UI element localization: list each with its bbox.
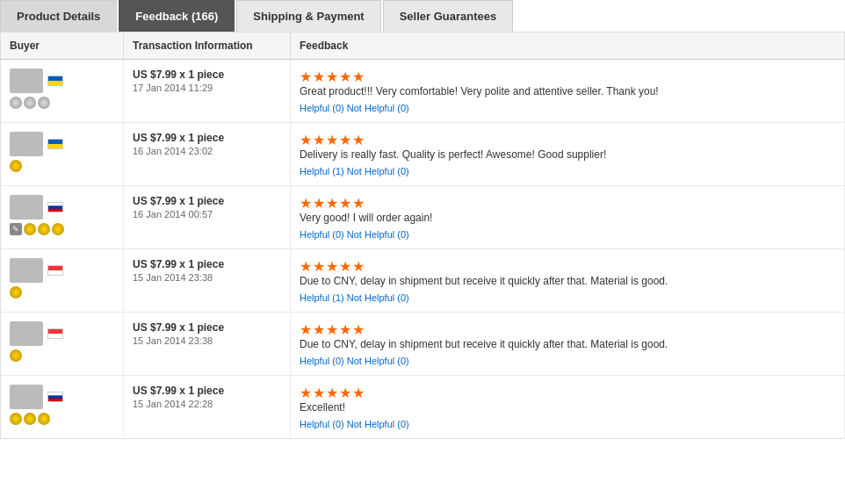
table-row: US $7.99 x 1 piece16 Jan 2014 23:02★★★★★…: [1, 123, 845, 186]
transaction-cell: US $7.99 x 1 piece15 Jan 2014 22:28: [124, 376, 291, 439]
feedback-table: BuyerTransaction InformationFeedback US …: [0, 32, 845, 439]
buyer-cell: [1, 60, 124, 123]
medal-gold: [10, 349, 22, 362]
tab-product-details[interactable]: Product Details: [0, 0, 117, 32]
helpful-link[interactable]: Helpful (1): [300, 166, 344, 176]
helpful-row: Helpful (1) Not Helpful (0): [300, 166, 835, 176]
medals-row: [10, 160, 114, 172]
buyer-cell: [1, 376, 124, 439]
not-helpful-count: (0): [397, 229, 408, 240]
not-helpful-count: (0): [397, 419, 408, 429]
transaction-cell: US $7.99 x 1 piece16 Jan 2014 00:57: [124, 186, 291, 249]
column-header-transaction-information: Transaction Information: [124, 32, 291, 60]
transaction-date: 15 Jan 2014 22:28: [133, 399, 281, 409]
helpful-count: (0): [332, 419, 343, 429]
buyer-cell: [1, 123, 124, 186]
transaction-date: 15 Jan 2014 23:38: [133, 272, 281, 283]
medals-row: [10, 413, 114, 425]
transaction-price: US $7.99 x 1 piece: [133, 132, 281, 144]
flag-ru: [47, 202, 63, 212]
feedback-text: Excellent!: [300, 401, 835, 414]
flag-sg: [47, 265, 63, 276]
transaction-price: US $7.99 x 1 piece: [133, 321, 281, 334]
not-helpful-count: (0): [397, 356, 408, 366]
not-helpful-count: (0): [397, 166, 408, 176]
pencil-icon: ✎: [10, 223, 22, 235]
transaction-price: US $7.99 x 1 piece: [133, 195, 281, 207]
medal-gold: [24, 413, 36, 425]
medals-row: [10, 286, 114, 299]
not-helpful-link[interactable]: Not Helpful (0): [347, 229, 409, 240]
helpful-link[interactable]: Helpful (0): [300, 356, 344, 366]
star-rating: ★★★★★: [300, 69, 365, 84]
avatar: [10, 195, 43, 220]
transaction-cell: US $7.99 x 1 piece15 Jan 2014 23:38: [124, 249, 291, 313]
feedback-cell: ★★★★★Delivery is really fast. Quality is…: [291, 123, 845, 186]
star-rating: ★★★★★: [300, 133, 365, 148]
helpful-count: (1): [332, 166, 343, 176]
transaction-date: 15 Jan 2014 23:38: [133, 335, 281, 346]
helpful-row: Helpful (0) Not Helpful (0): [300, 356, 835, 366]
transaction-date: 16 Jan 2014 23:02: [133, 146, 281, 156]
transaction-date: 16 Jan 2014 00:57: [133, 209, 281, 220]
transaction-date: 17 Jan 2014 11:29: [133, 83, 281, 93]
buyer-row: [10, 132, 114, 156]
helpful-count: (1): [332, 292, 343, 303]
helpful-row: Helpful (0) Not Helpful (0): [300, 229, 835, 240]
star-rating: ★★★★★: [300, 322, 365, 337]
not-helpful-link[interactable]: Not Helpful (0): [347, 103, 409, 113]
avatar: [10, 385, 43, 409]
flag-ua: [47, 76, 63, 86]
medal-gold: [10, 160, 22, 172]
column-header-feedback: Feedback: [291, 32, 845, 60]
helpful-link[interactable]: Helpful (0): [300, 419, 344, 429]
medals-row: ✎: [10, 223, 114, 235]
flag-ua: [47, 139, 63, 149]
feedback-text: Very good! I will order again!: [300, 212, 835, 224]
tab-seller-guarantees[interactable]: Seller Guarantees: [383, 0, 514, 32]
helpful-link[interactable]: Helpful (0): [300, 103, 344, 113]
not-helpful-link[interactable]: Not Helpful (0): [347, 166, 409, 176]
tab-shipping-payment[interactable]: Shipping & Payment: [236, 0, 380, 32]
medal-gold: [10, 413, 22, 425]
not-helpful-link[interactable]: Not Helpful (0): [347, 419, 409, 429]
medal-gold: [52, 223, 64, 235]
avatar: [10, 258, 43, 283]
feedback-cell: ★★★★★Due to CNY, delay in shipment but r…: [291, 249, 845, 313]
buyer-cell: [1, 249, 124, 313]
buyer-row: [10, 321, 114, 346]
feedback-cell: ★★★★★Great product!!! Very comfortable! …: [291, 60, 845, 123]
helpful-link[interactable]: Helpful (1): [300, 292, 344, 303]
table-row: US $7.99 x 1 piece17 Jan 2014 11:29★★★★★…: [1, 60, 845, 123]
star-rating: ★★★★★: [300, 385, 365, 400]
not-helpful-count: (0): [397, 103, 408, 113]
star-rating: ★★★★★: [300, 259, 365, 274]
flag-ru: [47, 392, 63, 402]
star-rating: ★★★★★: [300, 196, 365, 211]
helpful-count: (0): [332, 103, 343, 113]
feedback-cell: ★★★★★Very good! I will order again!Helpf…: [291, 186, 845, 249]
tab-feedback[interactable]: Feedback (166): [119, 0, 235, 32]
feedback-cell: ★★★★★Due to CNY, delay in shipment but r…: [291, 313, 845, 376]
buyer-row: [10, 258, 114, 283]
transaction-cell: US $7.99 x 1 piece15 Jan 2014 23:38: [124, 313, 291, 376]
buyer-cell: [1, 313, 124, 376]
not-helpful-link[interactable]: Not Helpful (0): [347, 356, 409, 366]
medal-silver: [10, 97, 22, 109]
helpful-row: Helpful (0) Not Helpful (0): [300, 103, 835, 113]
medals-row: [10, 349, 114, 362]
not-helpful-link[interactable]: Not Helpful (0): [347, 292, 409, 303]
tab-bar: Product DetailsFeedback (166)Shipping & …: [0, 0, 845, 32]
transaction-price: US $7.99 x 1 piece: [133, 258, 281, 270]
avatar: [10, 321, 43, 346]
tabs-container: Product DetailsFeedback (166)Shipping & …: [0, 0, 845, 32]
transaction-price: US $7.99 x 1 piece: [133, 68, 281, 81]
helpful-count: (0): [332, 356, 343, 366]
medal-gold: [38, 413, 50, 425]
flag-sg: [47, 328, 63, 339]
transaction-price: US $7.99 x 1 piece: [133, 385, 281, 397]
table-row: US $7.99 x 1 piece15 Jan 2014 23:38★★★★★…: [1, 313, 845, 376]
helpful-link[interactable]: Helpful (0): [300, 229, 344, 240]
buyer-cell: ✎: [1, 186, 124, 249]
avatar: [10, 68, 43, 93]
